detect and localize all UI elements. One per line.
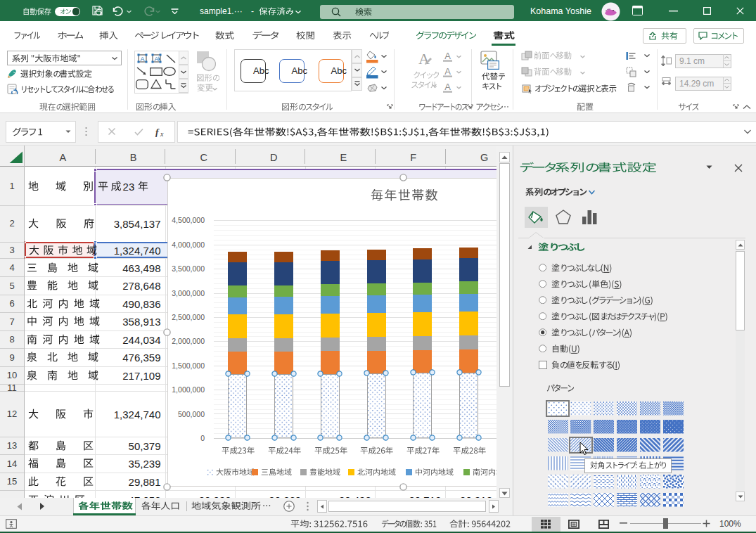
svg-text:A: A xyxy=(444,82,451,92)
svg-text:A: A xyxy=(444,51,451,61)
svg-text:A: A xyxy=(140,56,144,63)
svg-text:A: A xyxy=(418,50,430,68)
svg-text:A: A xyxy=(154,56,158,63)
svg-text:A: A xyxy=(444,66,451,77)
